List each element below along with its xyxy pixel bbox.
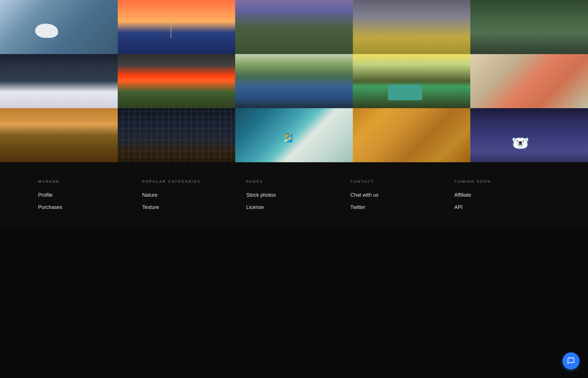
- footer-link-profile[interactable]: Profile: [38, 192, 134, 198]
- footer-link-chat-with-us[interactable]: Chat with us: [350, 192, 446, 198]
- footer-link-api[interactable]: API: [454, 204, 550, 210]
- grid-image-castle[interactable]: [235, 0, 353, 54]
- footer-popular-categories-title: POPULAR CATEGORIES: [142, 179, 238, 184]
- image-grid: [0, 0, 588, 162]
- footer-col-manage: MANAGE Profile Purchases: [38, 179, 134, 217]
- footer-link-stock-photos[interactable]: Stock photos: [246, 192, 342, 198]
- grid-image-volcano[interactable]: [118, 54, 235, 108]
- chat-fab-button[interactable]: [562, 352, 579, 369]
- grid-image-food-spread[interactable]: [353, 108, 471, 162]
- footer-link-affiliate[interactable]: Affiliate: [454, 192, 550, 198]
- grid-image-bear-scooter[interactable]: [470, 108, 588, 162]
- footer-col-contact: CONTACT Chat with us Twitter: [350, 179, 446, 217]
- grid-image-polar-bear[interactable]: [0, 0, 118, 54]
- footer-manage-title: MANAGE: [38, 179, 134, 184]
- chat-icon: [567, 357, 575, 365]
- footer-col-coming-soon: COMING SOON Affiliate API: [454, 179, 550, 217]
- footer-link-twitter[interactable]: Twitter: [350, 204, 446, 210]
- footer-grid: MANAGE Profile Purchases POPULAR CATEGOR…: [38, 179, 550, 217]
- grid-image-building[interactable]: [118, 108, 235, 162]
- footer-link-purchases[interactable]: Purchases: [38, 204, 134, 210]
- footer-link-nature[interactable]: Nature: [142, 192, 238, 198]
- footer: MANAGE Profile Purchases POPULAR CATEGOR…: [0, 162, 588, 228]
- grid-image-forest-winter[interactable]: [0, 54, 118, 108]
- footer-col-pages: PAGES Stock photos License: [246, 179, 342, 217]
- footer-link-license[interactable]: License: [246, 204, 342, 210]
- footer-pages-title: PAGES: [246, 179, 342, 184]
- footer-link-texture[interactable]: Texture: [142, 204, 238, 210]
- grid-image-surfing[interactable]: [235, 108, 353, 162]
- footer-coming-soon-title: COMING SOON: [454, 179, 550, 184]
- grid-image-van-forest[interactable]: [353, 54, 471, 108]
- footer-contact-title: CONTACT: [350, 179, 446, 184]
- grid-image-canal[interactable]: [235, 54, 353, 108]
- grid-image-sailboat[interactable]: [118, 0, 235, 54]
- grid-image-autumn-path[interactable]: [0, 108, 118, 162]
- grid-image-salmon[interactable]: [470, 54, 588, 108]
- grid-image-jungle[interactable]: [470, 0, 588, 54]
- footer-col-popular-categories: POPULAR CATEGORIES Nature Texture: [142, 179, 238, 217]
- grid-image-windmill[interactable]: [353, 0, 471, 54]
